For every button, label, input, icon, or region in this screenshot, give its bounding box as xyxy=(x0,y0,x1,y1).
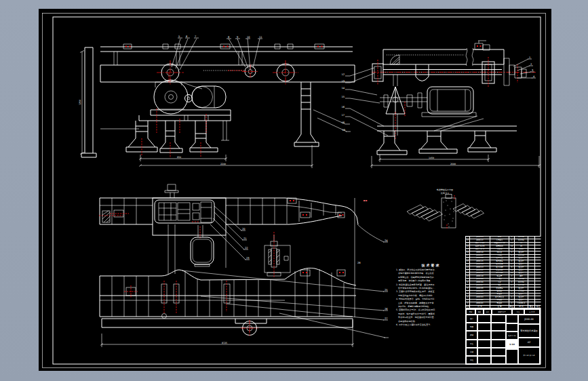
bom-cell-code: JD00-07 xyxy=(470,285,490,287)
parts-list-row: 12 JD00-12 槽形托辊 28 组合件 xyxy=(466,270,540,272)
bom-cell-material: 组合件 xyxy=(515,287,528,289)
tb-staff-date xyxy=(491,331,506,339)
callout: 10 xyxy=(247,36,250,39)
bom-cell-name: 拉紧装置 xyxy=(490,258,509,260)
title-block-change-row: 标记 处数 分区 更改文件号 签名 年.月.日 xyxy=(466,309,540,315)
bom-cell-remark xyxy=(535,287,541,289)
bom-cell-remark xyxy=(535,260,541,262)
bom-cell-no: 13 xyxy=(466,266,469,268)
bom-cell-weight xyxy=(528,300,534,302)
bom-cell-weight xyxy=(528,249,534,251)
bom-header-weight: 重量 xyxy=(528,306,534,308)
bom-cell-code: JD00-15 xyxy=(470,260,490,262)
bom-cell-name: 清扫器 xyxy=(490,252,509,254)
tb-staff-row: 审核 xyxy=(466,348,506,356)
bom-cell-code: JD00-18 xyxy=(470,252,490,254)
bom-cell-code: JD00-23 xyxy=(470,237,490,239)
technical-requirement-line: 6. 工作台面上吊装时应作安全检查等。 xyxy=(396,323,466,327)
bom-cell-material: Q235A xyxy=(515,279,528,281)
bom-cell-weight xyxy=(528,294,534,296)
bom-cell-qty: 1 xyxy=(509,302,514,304)
bom-cell-code: JD00-16 xyxy=(470,258,490,260)
bom-cell-weight xyxy=(528,237,534,239)
parts-list-row: 18 JD00-18 清扫器 1 组合件 xyxy=(466,252,540,254)
bom-cell-name: 头架 xyxy=(490,281,509,283)
bom-cell-weight xyxy=(528,287,534,289)
technical-requirements-title: 技术要求 xyxy=(396,263,466,267)
bom-cell-material: Q235A xyxy=(515,237,528,239)
tb-staff-role: 设计 xyxy=(466,315,477,323)
dim-label: 1450 xyxy=(429,157,434,159)
bom-cell-name: 尾部滚筒 xyxy=(490,260,509,262)
bom-cell-material: 组合件 xyxy=(515,300,528,302)
bom-cell-remark xyxy=(535,255,541,257)
bom-cell-weight xyxy=(528,302,534,304)
bom-cell-code: GB/T 6170 xyxy=(470,245,490,247)
tb-staff-signature xyxy=(477,348,491,356)
parts-list-row: 11 JD00-11 平行托辊 14 组合件 xyxy=(466,273,540,275)
bom-cell-code: JD00-17 xyxy=(470,255,490,257)
bom-cell-no: 8 xyxy=(466,281,469,283)
bom-cell-qty: 1 xyxy=(509,300,514,302)
callout: 26 xyxy=(385,308,388,310)
bom-cell-code: JD00-08 xyxy=(470,281,490,283)
parts-list-row: 19 GB/T 97.1 垫圈16 48 65Mn xyxy=(466,249,540,251)
cad-viewport: 5 6 7 8 9 10 11 1250 850 2240 1 2 3 4 xyxy=(0,0,588,381)
bom-cell-weight xyxy=(528,252,534,254)
tb-staff-row: 批准 xyxy=(466,356,506,364)
bom-cell-code: JD00-01 xyxy=(470,302,490,304)
parts-list-row: 9 JD00-09 中间架 12 Q235A xyxy=(466,279,540,281)
parts-list-row: 21 GB/T 5782 螺栓M16×50 24 35 xyxy=(466,243,540,245)
callout: 28 xyxy=(357,262,361,264)
bom-cell-no: 17 xyxy=(466,255,469,257)
bom-cell-material: 65Mn xyxy=(515,249,528,251)
bom-cell-code: JD00-02 xyxy=(470,300,490,302)
parts-list-row: 13 JD00-13 缓冲托辊 6 组合件 xyxy=(466,266,540,268)
bom-cell-code: JD00-05 xyxy=(470,291,490,293)
tb-doc-number: JD00-00 xyxy=(518,315,540,324)
bom-cell-qty: 24 xyxy=(509,243,514,245)
bom-cell-qty: 1 xyxy=(509,264,514,266)
parts-list-row: 14 JD00-14 改向滚筒 1 组合件 xyxy=(466,264,540,266)
bom-cell-no: 7 xyxy=(466,285,469,287)
bom-cell-no: 5 xyxy=(466,291,469,293)
bom-cell-weight xyxy=(528,260,534,262)
bom-cell-qty: 1 xyxy=(509,294,514,296)
tb-change-cell: 签名 xyxy=(512,309,524,315)
parts-list-row: 7 JD00-07 尾架 1 Q235A xyxy=(466,285,540,287)
bom-cell-no: 22 xyxy=(466,239,469,241)
parts-list-row: 6 JD00-06 传动滚筒 1 组合件 xyxy=(466,287,540,289)
bom-cell-no: 9 xyxy=(466,279,469,281)
parts-list-row: 15 JD00-15 尾部滚筒 1 组合件 xyxy=(466,260,540,262)
callout: 15 xyxy=(341,96,345,98)
bom-cell-weight xyxy=(528,279,534,281)
bom-cell-remark xyxy=(535,243,541,245)
tb-staff-role: 审核 xyxy=(466,348,477,356)
bom-cell-material: 组合件 xyxy=(515,258,528,260)
bom-cell-code: GB/T 5782 xyxy=(470,243,490,245)
bom-cell-material: 组合件 xyxy=(515,260,528,262)
bom-cell-code: JD00-06 xyxy=(470,287,490,289)
parts-list-row: 16 JD00-16 拉紧装置 1 组合件 xyxy=(466,258,540,260)
bom-cell-material: Y160M-4 xyxy=(515,302,528,304)
tb-staff-role: 工艺 xyxy=(466,340,477,348)
bom-cell-no: 2 xyxy=(466,300,469,302)
tb-change-cell: 年.月.日 xyxy=(524,309,540,315)
bom-header-name: 名 称 xyxy=(490,306,509,308)
tb-sheets: 共 1 张 第 1 张 xyxy=(518,347,540,364)
parts-list-table: 23 JD00-23 护罩 1 Q235A 22 JD00-22 头部漏斗 1 … xyxy=(465,236,541,308)
bom-cell-qty: 1 xyxy=(509,275,514,277)
bom-cell-no: 1 xyxy=(466,302,469,304)
bom-cell-no: 4 xyxy=(466,294,469,296)
dim-label: 2600 xyxy=(450,163,456,165)
bom-cell-code: JD00-13 xyxy=(470,266,490,268)
bom-header-code: 代 号 xyxy=(470,306,490,308)
tb-stage-cell xyxy=(506,315,518,323)
callout: 22 xyxy=(245,247,248,249)
tb-scale-stamp: 1:10 xyxy=(506,340,518,349)
tb-sheet-size: A2 xyxy=(518,338,540,347)
parts-list-row: 23 JD00-23 护罩 1 Q235A xyxy=(466,237,540,239)
bom-cell-remark xyxy=(535,285,541,287)
bom-cell-weight xyxy=(528,258,534,260)
bom-cell-name: 槽形托辊 xyxy=(490,270,509,272)
